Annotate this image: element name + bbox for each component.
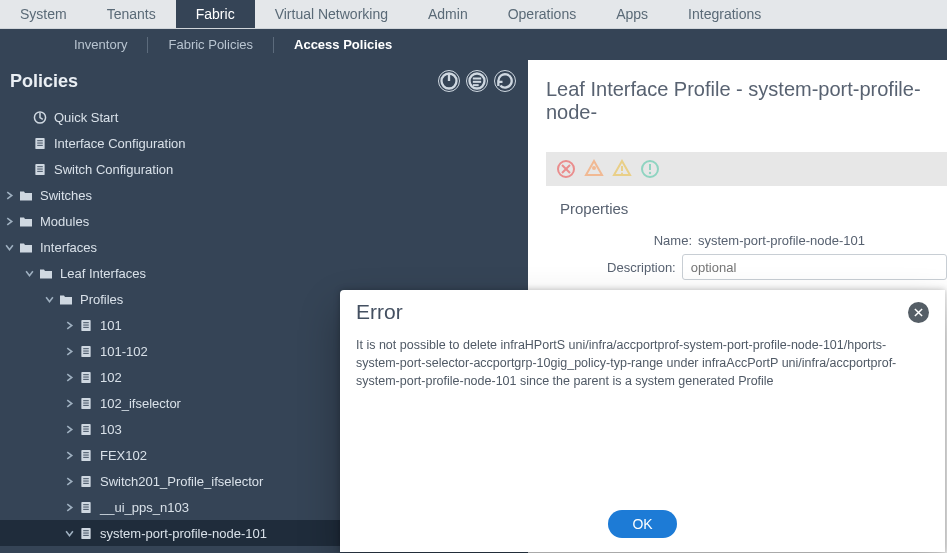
tree-node-switches[interactable]: Switches: [0, 182, 528, 208]
document-icon: [78, 449, 94, 462]
chevron-right-icon[interactable]: [64, 448, 74, 463]
chevron-right-icon[interactable]: [4, 214, 14, 229]
topnav-tab-operations[interactable]: Operations: [488, 0, 596, 28]
folder-icon: [58, 293, 74, 306]
dialog-message: It is not possible to delete infraHPortS…: [340, 330, 945, 510]
subnav-item-fabric-policies[interactable]: Fabric Policies: [162, 37, 259, 52]
svg-point-56: [621, 173, 623, 175]
sidebar-action-1[interactable]: [438, 70, 460, 92]
tree-label: Quick Start: [54, 110, 118, 125]
fault-status-bar: [546, 152, 947, 186]
document-icon: [78, 475, 94, 488]
chevron-down-icon[interactable]: [24, 266, 34, 281]
tree-label: Leaf Interfaces: [60, 266, 146, 281]
tree-label: system-port-profile-node-101: [100, 526, 267, 541]
tree-node-interface-configuration[interactable]: Interface Configuration: [0, 130, 528, 156]
sidebar-action-2[interactable]: [466, 70, 488, 92]
tree-node-interfaces[interactable]: Interfaces: [0, 234, 528, 260]
document-icon: [32, 163, 48, 176]
chevron-down-icon[interactable]: [4, 240, 14, 255]
topnav-tab-admin[interactable]: Admin: [408, 0, 488, 28]
folder-icon: [18, 241, 34, 254]
subnav-item-access-policies[interactable]: Access Policies: [288, 37, 398, 52]
fault-minor-icon[interactable]: [612, 159, 632, 179]
chevron-right-icon[interactable]: [64, 474, 74, 489]
chevron-right-icon[interactable]: [64, 500, 74, 515]
document-icon: [78, 527, 94, 540]
document-icon: [78, 371, 94, 384]
chevron-right-icon[interactable]: [64, 396, 74, 411]
tree-label: FEX102: [100, 448, 147, 463]
document-icon: [78, 345, 94, 358]
tree-node-leaf-interfaces[interactable]: Leaf Interfaces: [0, 260, 528, 286]
tree-label: 101-102: [100, 344, 148, 359]
tree-label: __ui_pps_n103: [100, 500, 189, 515]
properties-heading: Properties: [560, 200, 947, 217]
tree-label: Interface Configuration: [54, 136, 186, 151]
folder-icon: [18, 215, 34, 228]
tree-node-modules[interactable]: Modules: [0, 208, 528, 234]
folder-icon: [38, 267, 54, 280]
ok-button[interactable]: OK: [608, 510, 676, 538]
name-label: Name:: [560, 233, 698, 248]
topnav-tab-fabric[interactable]: Fabric: [176, 0, 255, 28]
sidebar-title: Policies: [10, 71, 78, 92]
chevron-right-icon[interactable]: [64, 344, 74, 359]
chevron-down-icon[interactable]: [44, 292, 54, 307]
description-field[interactable]: [682, 254, 947, 280]
error-dialog: Error It is not possible to delete infra…: [340, 290, 945, 552]
topnav-tab-tenants[interactable]: Tenants: [87, 0, 176, 28]
sub-nav: InventoryFabric PoliciesAccess Policies: [0, 29, 947, 60]
document-icon: [78, 319, 94, 332]
dialog-title: Error: [356, 300, 403, 324]
chevron-right-icon[interactable]: [64, 422, 74, 437]
svg-point-59: [649, 172, 651, 174]
chevron-right-icon[interactable]: [4, 188, 14, 203]
subnav-item-inventory[interactable]: Inventory: [68, 37, 133, 52]
sidebar-action-refresh[interactable]: [494, 70, 516, 92]
tree-node-switch-configuration[interactable]: Switch Configuration: [0, 156, 528, 182]
page-title: Leaf Interface Profile - system-port-pro…: [546, 78, 947, 124]
tree-label: Switch201_Profile_ifselector: [100, 474, 263, 489]
tree-label: 102: [100, 370, 122, 385]
document-icon: [78, 423, 94, 436]
fault-warning-icon[interactable]: [640, 159, 660, 179]
fault-major-icon[interactable]: [584, 159, 604, 179]
document-icon: [78, 501, 94, 514]
quick-start-icon: [32, 111, 48, 124]
chevron-right-icon[interactable]: [64, 370, 74, 385]
document-icon: [32, 137, 48, 150]
name-value: system-port-profile-node-101: [698, 233, 865, 248]
document-icon: [78, 397, 94, 410]
topnav-tab-virtual-networking[interactable]: Virtual Networking: [255, 0, 408, 28]
folder-icon: [18, 189, 34, 202]
chevron-right-icon[interactable]: [64, 318, 74, 333]
topnav-tab-system[interactable]: System: [0, 0, 87, 28]
tree-label: Switches: [40, 188, 92, 203]
fault-critical-icon[interactable]: [556, 159, 576, 179]
topnav-tab-apps[interactable]: Apps: [596, 0, 668, 28]
tree-label: Switch Configuration: [54, 162, 173, 177]
tree-label: Interfaces: [40, 240, 97, 255]
tree-label: 102_ifselector: [100, 396, 181, 411]
description-label: Description:: [560, 260, 682, 275]
tree-label: Profiles: [80, 292, 123, 307]
close-icon[interactable]: [908, 302, 929, 323]
tree-label: Modules: [40, 214, 89, 229]
topnav-tab-integrations[interactable]: Integrations: [668, 0, 781, 28]
chevron-down-icon[interactable]: [64, 526, 74, 541]
top-nav: SystemTenantsFabricVirtual NetworkingAdm…: [0, 0, 947, 29]
svg-point-54: [592, 166, 596, 170]
tree-node-quick-start[interactable]: Quick Start: [0, 104, 528, 130]
tree-label: 101: [100, 318, 122, 333]
tree-label: 103: [100, 422, 122, 437]
